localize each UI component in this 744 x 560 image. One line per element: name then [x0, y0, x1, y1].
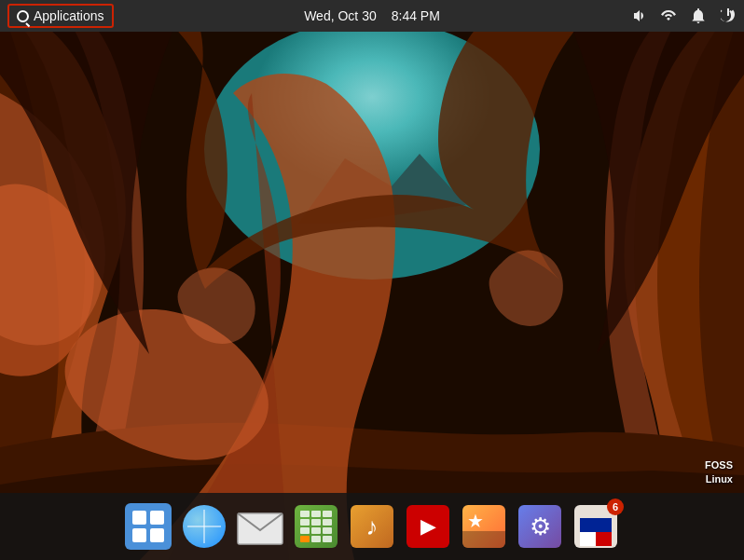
- applications-button[interactable]: Applications: [7, 4, 114, 28]
- dock-item-mail[interactable]: [235, 501, 285, 552]
- search-icon: [17, 10, 29, 22]
- dock-item-store[interactable]: 6: [571, 501, 621, 552]
- panel-left: Applications: [7, 4, 114, 28]
- network-icon[interactable]: [660, 7, 677, 24]
- desktop: Applications Wed, Oct 30 8:44 PM: [0, 0, 744, 560]
- date-display: Wed, Oct 30: [304, 8, 377, 23]
- dock-item-video[interactable]: [403, 501, 453, 552]
- dock-item-browser[interactable]: [179, 501, 229, 552]
- panel-right: [630, 7, 737, 24]
- store-badge: 6: [607, 499, 624, 515]
- workspace-icon: [125, 503, 172, 550]
- dock: 6: [0, 493, 744, 560]
- top-panel: Applications Wed, Oct 30 8:44 PM: [0, 0, 744, 32]
- globe-icon: [183, 505, 226, 548]
- dock-item-music[interactable]: [347, 501, 397, 552]
- video-icon: [406, 505, 449, 548]
- volume-icon[interactable]: [630, 7, 647, 24]
- photos-icon: [462, 505, 505, 548]
- applications-label: Applications: [34, 8, 104, 23]
- dock-item-workspace[interactable]: [123, 501, 173, 552]
- power-icon[interactable]: [720, 7, 737, 24]
- notification-icon[interactable]: [690, 7, 707, 24]
- mail-icon: [237, 508, 283, 545]
- dock-item-photos[interactable]: [459, 501, 509, 552]
- dock-item-settings[interactable]: [515, 501, 565, 552]
- settings-icon: [518, 505, 561, 548]
- fosslinux-branding: FOSS Linux: [705, 458, 733, 485]
- music-icon: [351, 505, 393, 548]
- panel-center: Wed, Oct 30 8:44 PM: [304, 8, 440, 23]
- time-display: 8:44 PM: [392, 8, 440, 23]
- calculator-icon: [295, 505, 338, 548]
- dock-item-calculator[interactable]: [291, 501, 341, 552]
